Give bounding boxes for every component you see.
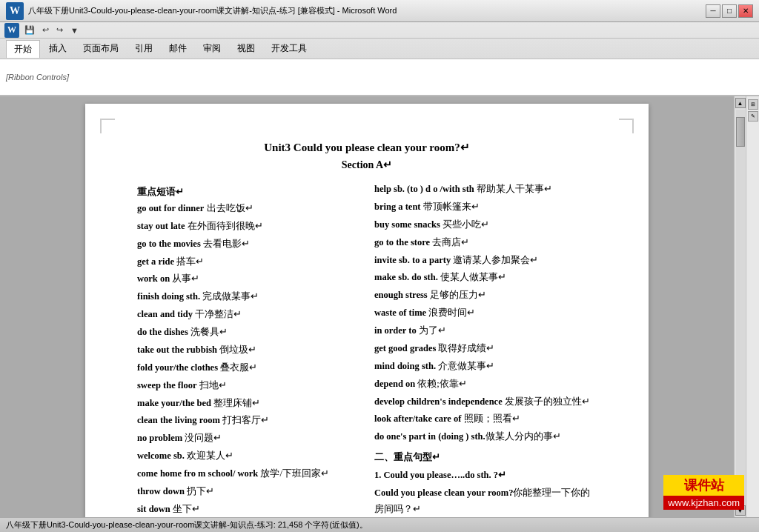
minimize-button[interactable]: ─ [706,4,720,18]
phrase-help-sb: help sb. (to ) d o /with sth 帮助某人干某事↵ [374,182,597,198]
ribbon-content: [Ribbon Controls] [6,73,69,82]
left-header: 重点短语↵ [137,184,359,201]
tab-insert[interactable]: 插入 [42,40,74,57]
phrase-enough-stress: enough stress 足够的压力↵ [374,287,597,304]
sentence1-example: Could you please clean your room?你能整理一下你… [374,485,597,517]
phrase-take-out-rubbish: take out the rubbish 倒垃圾↵ [137,342,359,359]
quick-redo[interactable]: ↪ [54,24,65,36]
phrase-bring-tent: bring a tent 带顶帐篷来↵ [374,199,597,216]
watermark-top: 课件站 [663,475,744,496]
ribbon-toolbar: [Ribbon Controls] [0,59,759,96]
phrase-finish-doing: finish doing sth. 完成做某事↵ [137,289,359,305]
sentence1-label: 1. Could you please…..do sth. ?↵ [374,468,597,484]
phrase-mind-doing: mind doing sth. 介意做某事↵ [374,359,597,375]
phrase-develop-independence: develop children's independence 发展孩子的独立性… [374,394,597,410]
phrase-welcome-sb: welcome sb. 欢迎某人↵ [137,448,359,465]
phrase-come-home: come home fro m school/ work 放学/下班回家↵ [137,466,359,482]
tab-view[interactable]: 视图 [230,40,262,57]
corner-mark-tr [619,119,634,133]
status-bar: 八年级下册Unit3-Could-you-please-clean-your-r… [0,517,759,532]
status-text: 八年级下册Unit3-Could-you-please-clean-your-r… [6,519,368,531]
toolbar-area: W 💾 ↩ ↪ ▼ 开始 插入 页面布局 引用 邮件 审阅 视图 开发工具 [R… [0,22,759,96]
tab-reference[interactable]: 引用 [127,40,160,57]
scroll-thumb[interactable] [736,117,745,147]
office-button[interactable]: W [4,23,19,38]
right-column: help sb. (to ) d o /with sth 帮助某人干某事↵ br… [359,182,597,517]
corner-mark-tl [100,119,115,133]
phrase-no-problem: no problem 没问题↵ [137,430,359,447]
ribbon-tabs: 开始 插入 页面布局 引用 邮件 审阅 视图 开发工具 [0,39,759,59]
page-area[interactable]: Unit3 Could you please clean your room?↵… [0,96,734,517]
tab-start[interactable]: 开始 [6,40,40,58]
phrase-depend-on: depend on 依赖;依靠↵ [374,376,597,393]
phrase-go-to-store: go to the store 去商店↵ [374,235,597,251]
phrase-do-the-dishes: do the dishes 洗餐具↵ [137,325,359,341]
word-icon: W [6,2,24,20]
phrase-stay-out-late: stay out late 在外面待到很晚↵ [137,219,359,235]
phrase-go-to-the-movies: go to the movies 去看电影↵ [137,236,359,253]
watermark-bottom: www.kjzhan.com [663,496,744,510]
quick-undo[interactable]: ↩ [40,24,51,36]
scroll-track[interactable] [736,110,745,504]
phrase-clean-and-tidy: clean and tidy 干净整洁↵ [137,307,359,323]
scroll-up-button[interactable]: ▲ [735,98,746,108]
quick-dropdown[interactable]: ▼ [68,25,81,36]
section-a-title: Section A↵ [137,159,597,171]
phrase-work-on: work on 从事↵ [137,271,359,287]
phrase-good-grades: get good grades 取得好成绩↵ [374,341,597,357]
tab-mail[interactable]: 邮件 [162,40,194,57]
phrase-clean-living-room: clean the living room 打扫客厅↵ [137,413,359,429]
title-bar-controls[interactable]: ─ □ ✕ [706,4,753,18]
phrase-make-sb-do: make sb. do sth. 使某人做某事↵ [374,270,597,286]
watermark: 课件站 www.kjzhan.com [663,475,744,510]
page-title: Unit3 Could you please clean your room?↵ [137,141,597,154]
phrase-invite-sb: invite sb. to a party 邀请某人参加聚会↵ [374,253,597,269]
phrase-do-ones-part: do one's part in (doing ) sth.做某人分内的事↵ [374,429,597,445]
phrase-waste-of-time: waste of time 浪费时间↵ [374,305,597,322]
title-bar: W 八年级下册Unit3-Could-you-please-clean-your… [0,0,759,22]
phrase-in-order-to: in order to 为了↵ [374,323,597,339]
right-tool-1[interactable]: ⊞ [748,99,758,110]
close-button[interactable]: ✕ [738,4,753,18]
document-page: Unit3 Could you please clean your room?↵… [85,104,649,517]
phrase-throw-down: throw down 扔下↵ [137,484,359,500]
tab-devtools[interactable]: 开发工具 [264,40,314,57]
phrase-buy-snacks: buy some snacks 买些小吃↵ [374,217,597,233]
title-bar-left: W 八年级下册Unit3-Could-you-please-clean-your… [6,2,397,20]
right-tool-2[interactable]: ✎ [748,111,758,122]
phrase-make-bed: make your/the bed 整理床铺↵ [137,396,359,412]
content-area: 重点短语↵ go out for dinner 出去吃饭↵ stay out l… [137,182,597,517]
phrase-go-out-for-dinner: go out for dinner 出去吃饭↵ [137,201,359,217]
quick-save[interactable]: 💾 [22,24,37,36]
tab-review[interactable]: 审阅 [196,40,228,57]
phrase-get-a-ride: get a ride 搭车↵ [137,254,359,270]
main-area: Unit3 Could you please clean your room?↵… [0,96,759,517]
phrase-sit-down: sit down 坐下↵ [137,502,359,517]
section2-header: 二、重点句型↵ [374,450,597,466]
restore-button[interactable]: □ [722,4,737,18]
tab-layout[interactable]: 页面布局 [76,40,126,57]
phrase-look-after: look after/take care of 照顾；照看↵ [374,411,597,428]
scrollbar[interactable]: ▲ ▼ [734,96,746,517]
phrase-fold-clothes: fold your/the clothes 叠衣服↵ [137,360,359,376]
quick-toolbar: W 💾 ↩ ↪ ▼ [0,22,759,39]
phrase-sweep-floor: sweep the floor 扫地↵ [137,378,359,394]
right-toolbar: ⊞ ✎ [746,96,759,517]
left-column: 重点短语↵ go out for dinner 出去吃饭↵ stay out l… [137,182,359,517]
title-bar-title: 八年级下册Unit3-Could-you-please-clean-your-r… [28,5,397,16]
